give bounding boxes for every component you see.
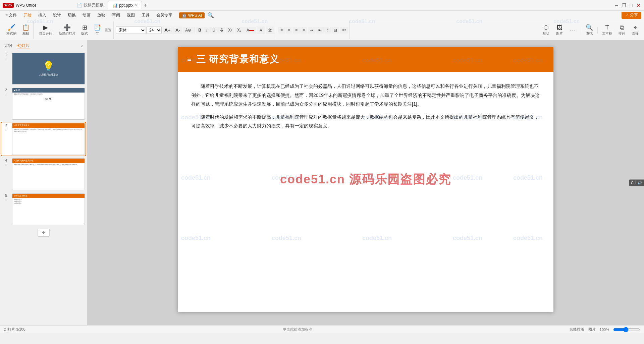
text-effect-button[interactable]: 文 xyxy=(266,26,274,34)
menu-insert[interactable]: 插入 xyxy=(36,11,49,19)
menu-bar: ≡ 文件 开始 插入 设计 切换 动画 放映 审阅 视图 工具 会员专享 🤖 W… xyxy=(0,11,644,20)
menu-tools[interactable]: 工具 xyxy=(139,11,152,19)
wm-12: code51.cn xyxy=(272,174,301,181)
add-slide-button[interactable]: + xyxy=(38,229,50,237)
italic-button[interactable]: I xyxy=(204,27,210,34)
menu-home[interactable]: 开始 xyxy=(21,11,34,19)
collapse-panel-button[interactable]: ‹ xyxy=(81,43,83,49)
menu-slideshow[interactable]: 放映 xyxy=(95,11,108,19)
font-shrink-button[interactable]: A- xyxy=(173,26,182,34)
menu-file[interactable]: ≡ 文件 xyxy=(3,11,19,19)
search-icon[interactable]: 🔍 xyxy=(207,12,214,18)
slide-thumb-1[interactable]: 💡 儿童福利管理系统 xyxy=(12,53,85,84)
indent-less-button[interactable]: ⇤ xyxy=(316,27,324,34)
start-slide-button[interactable]: ▶ 当页开始 xyxy=(36,23,56,38)
slide-item-3[interactable]: 3 ☆ ≡ 研究背景和意义 随着科学技术的不断发展，计算机现在已经成为了社会的必… xyxy=(1,122,86,156)
paste-button[interactable]: 📋 粘贴 xyxy=(20,23,32,38)
toolbar-section-format: 🖌️ 格式刷 📋 粘贴 xyxy=(3,21,34,39)
new-slide-button[interactable]: ➕ 新建幻灯片 xyxy=(56,23,78,38)
menu-vip[interactable]: 会员专享 xyxy=(154,11,175,19)
align-right-button[interactable]: ≡ xyxy=(293,27,300,34)
clear-format-button[interactable]: A⊘ xyxy=(183,27,194,34)
image-btn[interactable]: 图片 xyxy=(588,327,596,332)
font-grow-button[interactable]: A+ xyxy=(162,26,173,34)
slide2-body: 随着科学技术的不断发展，计算机现在已经成为... xyxy=(12,93,85,96)
wm-13: code51.cn xyxy=(362,174,392,181)
find-button[interactable]: 🔍 查找 xyxy=(583,23,595,38)
app-name: WPS Office xyxy=(16,3,37,8)
subscript-button[interactable]: X₂ xyxy=(235,27,244,34)
shape-button[interactable]: ⬡ 形状 xyxy=(540,23,552,38)
slide-star-4: ☆ xyxy=(5,163,8,167)
slide-number-3: 3 xyxy=(5,123,7,127)
slide-paragraph-1[interactable]: 随着科学技术的不断发展，计算机现在已经成为了社会的必需品，人们通过网络可以获得海… xyxy=(191,82,540,109)
zoom-slider[interactable] xyxy=(613,327,640,332)
close-button[interactable]: ✕ xyxy=(636,3,641,8)
menu-animation[interactable]: 动画 xyxy=(80,11,93,19)
slide-paragraph-2[interactable]: 随着时代的发展和需求的不断提高，儿童福利院管理应对的数据量将越来越庞大，数据结构… xyxy=(191,113,540,130)
title-tabs: 📄 找稿壳模板 📊 ppt.pptx ✕ + xyxy=(72,1,611,10)
font-color-button[interactable]: A xyxy=(244,27,256,34)
slide-item-5[interactable]: 5 ☆ ≡ 研究之初情形 · 研究问题1？· 研究问题2？· 研究问题3？ xyxy=(1,193,86,226)
maximize-button[interactable]: □ xyxy=(629,3,634,8)
slide-item-2[interactable]: 2 ☆ ■ 摘 要 随着科学技术的不断发展，计算机现在已经成为... 摘 要 xyxy=(1,87,86,120)
slide2-header: ■ 摘 要 xyxy=(12,88,85,93)
underline-button[interactable]: U xyxy=(210,27,218,34)
align-center-button[interactable]: ≡ xyxy=(285,27,292,34)
section-button[interactable]: 📑 节 xyxy=(91,23,103,38)
menu-review[interactable]: 审阅 xyxy=(109,11,123,19)
slide-star-1: ☆ xyxy=(5,57,8,61)
menu-design[interactable]: 设计 xyxy=(50,11,64,19)
slide-thumb-3[interactable]: ≡ 研究背景和意义 随着科学技术的不断发展，计算机现在已经成为了社会的必需品，人… xyxy=(12,123,85,155)
font-family-select[interactable]: 宋体 xyxy=(116,26,146,34)
new-tab-button[interactable]: + xyxy=(142,2,149,8)
slide-thumb-content-1: 💡 儿童福利管理系统 xyxy=(12,53,85,84)
slide-thumb-5[interactable]: ≡ 研究之初情形 · 研究问题1？· 研究问题2？· 研究问题3？ xyxy=(12,193,85,225)
ch-badge: CH 🔊 xyxy=(629,180,644,186)
slide-number-2: 2 xyxy=(5,88,7,92)
align-left-button[interactable]: ≡ xyxy=(278,27,285,34)
indent-more-button[interactable]: ⇥ xyxy=(308,27,316,34)
text-highlight-button[interactable]: Ａ xyxy=(257,26,265,34)
align-justify-button[interactable]: ≡ xyxy=(300,27,307,34)
slide-item-1[interactable]: 1 ☆ 💡 儿童福利管理系统 xyxy=(1,52,86,85)
superscript-button[interactable]: X² xyxy=(226,27,234,34)
tab-templates[interactable]: 📄 找稿壳模板 xyxy=(72,1,108,10)
tab-close-icon[interactable]: ✕ xyxy=(135,3,138,7)
minimize-button[interactable]: ─ xyxy=(614,3,619,8)
bold-button[interactable]: B xyxy=(196,27,204,34)
restore-button[interactable]: ❐ xyxy=(621,3,627,8)
font-size-select[interactable]: 24 xyxy=(146,26,162,34)
slide5-body: · 研究问题1？· 研究问题2？· 研究问题3？ xyxy=(12,198,85,205)
slide-main-title[interactable]: 三研究背景和意义 xyxy=(196,53,279,66)
zoom-control[interactable]: 100% xyxy=(600,328,609,332)
slide-thumb-2[interactable]: ■ 摘 要 随着科学技术的不断发展，计算机现在已经成为... 摘 要 xyxy=(12,88,85,120)
tab-outline[interactable]: 大纲 xyxy=(4,43,12,49)
line-spacing-button[interactable]: ↕ xyxy=(324,27,331,34)
smart-layout-btn[interactable]: 智能排版 xyxy=(570,327,584,332)
more-insert-button[interactable]: ⋯ xyxy=(567,23,579,38)
wps-ai-button[interactable]: 🤖 WPS AI xyxy=(179,12,205,18)
slide-item-4[interactable]: 4 ☆ ≡ 拟解决的问题及特性 随着时代的发展和需求的不断提高，儿童福利院管理应… xyxy=(1,158,86,191)
slide-canvas[interactable]: ≡ 三研究背景和意义 随着科学技术的不断发展，计算机现在已经成为了社会的必需品，… xyxy=(178,47,553,312)
format-painter-button[interactable]: 🖌️ 格式刷 xyxy=(4,23,19,38)
arrange-button[interactable]: ⧉ 排列 xyxy=(616,23,628,38)
image-button[interactable]: 🖼 图片 xyxy=(553,23,566,38)
slide1-title: 儿童福利管理系统 xyxy=(39,73,58,76)
tab-file[interactable]: 📊 ppt.pptx ✕ xyxy=(108,1,142,9)
notes-placeholder[interactable]: 单击此处添加备注 xyxy=(31,327,564,332)
slide-thumb-4[interactable]: ≡ 拟解决的问题及特性 随着时代的发展和需求的不断提高，儿童福利院管理应对的数据… xyxy=(12,158,85,190)
reset-icon[interactable]: 重置 xyxy=(104,28,112,33)
textbox-button[interactable]: T 文本框 xyxy=(600,23,614,38)
share-button[interactable]: ↗ 分享 xyxy=(622,12,641,19)
menu-transition[interactable]: 切换 xyxy=(65,11,78,19)
tab-slides[interactable]: 幻灯片 xyxy=(17,43,30,49)
layout-button[interactable]: ⊞ 版式 xyxy=(78,23,91,38)
columns-button[interactable]: ⊟ xyxy=(331,27,339,34)
slide2-footer: 摘 要 xyxy=(12,97,85,101)
menu-view[interactable]: 视图 xyxy=(124,11,138,19)
list-button[interactable]: ≡• xyxy=(340,27,348,34)
slide-body[interactable]: 随着科学技术的不断发展，计算机现在已经成为了社会的必需品，人们通过网络可以获得海… xyxy=(178,72,553,145)
strikethrough-button[interactable]: S xyxy=(218,27,225,34)
select-button[interactable]: ⌖ 选择 xyxy=(629,23,641,38)
